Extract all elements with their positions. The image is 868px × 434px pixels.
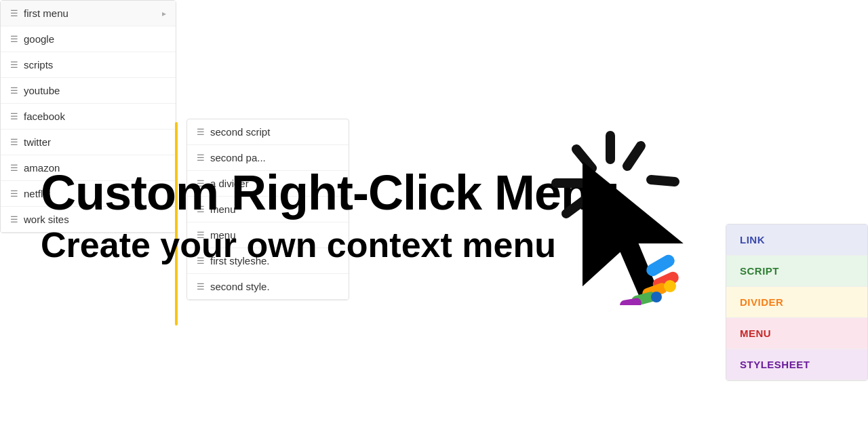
menu-icon: ☰ — [10, 163, 18, 173]
menu-item-label: a divider — [210, 178, 339, 189]
menu-icon: ☰ — [197, 153, 205, 163]
menu-icon: ☰ — [197, 127, 205, 137]
left-menu-panel: ☰ first menu ▸ ☰ google ☰ scripts ☰ yout… — [0, 0, 176, 233]
menu-item-twitter[interactable]: ☰ twitter — [1, 130, 176, 155]
menu-icon: ☰ — [10, 214, 18, 224]
menu-item-label: facebook — [24, 111, 166, 122]
menu-item-label: second pa... — [210, 152, 339, 163]
menu-item-label: youtube — [24, 85, 166, 96]
arrow-icon: ▸ — [162, 9, 166, 18]
menu-icon: ☰ — [10, 34, 18, 44]
menu-icon: ☰ — [10, 137, 18, 147]
menu-icon: ☰ — [10, 189, 18, 199]
svg-point-13 — [651, 292, 662, 302]
menu-item-first-menu[interactable]: ☰ first menu ▸ — [1, 1, 176, 26]
menu-icon: ☰ — [197, 256, 205, 266]
cursor-svg — [576, 156, 712, 305]
accent-bar-yellow — [175, 122, 178, 326]
menu-item-label: netflix — [24, 188, 166, 199]
menu-icon: ☰ — [197, 281, 205, 292]
menu-icon: ☰ — [10, 111, 18, 121]
menu-icon: ☰ — [197, 178, 205, 189]
middle-item-divider[interactable]: ☰ a divider — [187, 171, 349, 197]
menu-item-label: first styleshe. — [210, 255, 339, 267]
menu-icon: ☰ — [10, 60, 18, 70]
menu-item-label: menu — [210, 203, 339, 215]
menu-item-label: google — [24, 33, 166, 45]
middle-item-first-stylesheet[interactable]: ☰ first styleshe. — [187, 248, 349, 274]
menu-item-google[interactable]: ☰ google — [1, 26, 176, 52]
middle-item-second-script[interactable]: ☰ second script — [187, 119, 349, 145]
menu-item-label: second style. — [210, 281, 339, 292]
middle-item-second-pa[interactable]: ☰ second pa... — [187, 145, 349, 171]
middle-item-menu-2[interactable]: ☰ menu — [187, 222, 349, 248]
menu-item-label: first menu — [24, 7, 157, 19]
cursor-illustration — [509, 102, 780, 332]
menu-item-label: scripts — [24, 59, 166, 71]
menu-item-label: twitter — [24, 136, 166, 148]
menu-item-amazon[interactable]: ☰ amazon — [1, 155, 176, 181]
middle-item-menu-1[interactable]: ☰ menu — [187, 197, 349, 222]
menu-item-label: second script — [210, 126, 339, 138]
menu-item-label: work sites — [24, 214, 166, 225]
menu-icon: ☰ — [197, 230, 205, 240]
menu-icon: ☰ — [10, 8, 18, 18]
menu-item-label: menu — [210, 229, 339, 241]
menu-icon: ☰ — [197, 204, 205, 214]
svg-point-12 — [664, 280, 676, 292]
menu-item-facebook[interactable]: ☰ facebook — [1, 104, 176, 130]
middle-menu-panel: ☰ second script ☰ second pa... ☰ a divid… — [186, 119, 349, 300]
menu-item-label: amazon — [24, 162, 166, 174]
type-item-stylesheet[interactable]: STYLESHEET — [726, 349, 867, 380]
menu-item-work-sites[interactable]: ☰ work sites — [1, 207, 176, 233]
type-label: STYLESHEET — [740, 359, 810, 370]
menu-item-netflix[interactable]: ☰ netflix — [1, 181, 176, 207]
middle-item-second-style[interactable]: ☰ second style. — [187, 274, 349, 300]
menu-item-scripts[interactable]: ☰ scripts — [1, 52, 176, 78]
menu-icon: ☰ — [10, 85, 18, 96]
menu-item-youtube[interactable]: ☰ youtube — [1, 78, 176, 104]
